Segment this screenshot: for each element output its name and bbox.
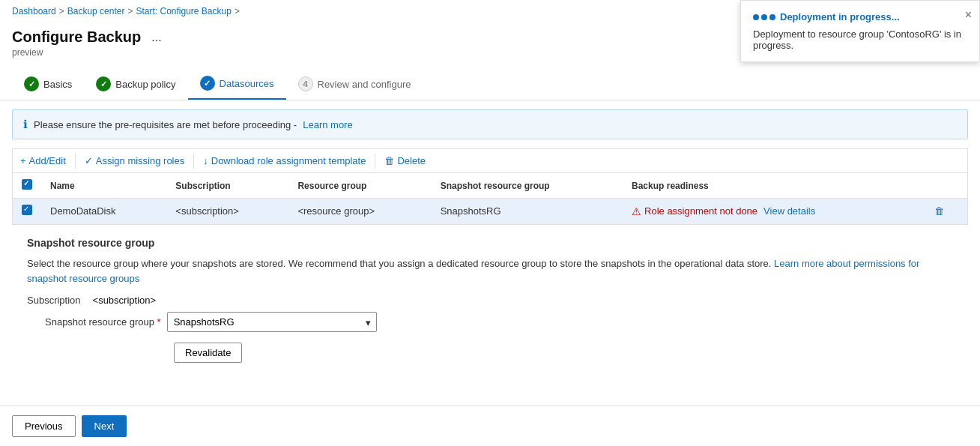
wizard-step-basics[interactable]: ✓ Basics bbox=[12, 70, 84, 99]
wizard-steps: ✓ Basics ✓ Backup policy ✓ Datasources 4… bbox=[0, 61, 980, 100]
row-snapshot-rg: SnapshotsRG bbox=[432, 199, 623, 224]
row-backup-readiness: ⚠ Role assignment not done View details bbox=[623, 199, 925, 224]
toast-dot-2 bbox=[761, 14, 767, 20]
row-resource-group: <resource group> bbox=[288, 199, 431, 224]
datasources-table: Name Subscription Resource group Snapsho… bbox=[13, 173, 967, 224]
breadcrumb-sep-2: > bbox=[127, 6, 133, 16]
step-label-backup-policy: Backup policy bbox=[115, 79, 175, 90]
page-title: Configure Backup bbox=[12, 28, 141, 46]
step-circle-review: 4 bbox=[298, 76, 313, 91]
error-icon: ⚠ bbox=[632, 205, 641, 217]
step-label-datasources: Datasources bbox=[220, 78, 274, 89]
row-checkbox-cell bbox=[13, 199, 41, 224]
add-icon: + bbox=[20, 155, 26, 166]
delete-button[interactable]: 🗑 Delete bbox=[377, 152, 433, 169]
breadcrumb-sep-3: > bbox=[235, 6, 240, 16]
detail-heading: Snapshot resource group bbox=[27, 237, 953, 249]
toast-close-button[interactable]: × bbox=[965, 8, 972, 22]
snapshot-rg-label: Snapshot resource group * bbox=[45, 316, 161, 328]
toast-dots bbox=[753, 14, 775, 20]
toast-notification: Deployment in progress... Deployment to … bbox=[740, 0, 980, 62]
subscription-value: <subscription> bbox=[93, 295, 157, 306]
col-header-actions bbox=[925, 173, 967, 199]
breadcrumb-sep-1: > bbox=[59, 6, 64, 16]
row-delete-icon[interactable]: 🗑 bbox=[934, 205, 944, 217]
assign-roles-button[interactable]: ✓ Assign missing roles bbox=[77, 152, 193, 169]
row-subscription: <subscription> bbox=[166, 199, 288, 224]
col-header-resource-group: Resource group bbox=[288, 173, 431, 199]
trash-icon: 🗑 bbox=[384, 155, 394, 166]
snapshot-rg-select-wrapper: SnapshotsRG RG1 RG2 RG3 bbox=[167, 312, 377, 332]
wizard-step-backup-policy[interactable]: ✓ Backup policy bbox=[84, 70, 187, 99]
col-header-backup-readiness: Backup readiness bbox=[623, 173, 925, 199]
table-row[interactable]: DemoDataDisk <subscription> <resource gr… bbox=[13, 199, 967, 224]
row-delete-cell: 🗑 bbox=[925, 199, 967, 224]
step-label-basics: Basics bbox=[43, 79, 72, 90]
toolbar-separator-2 bbox=[193, 154, 194, 169]
toolbar-separator-1 bbox=[75, 154, 76, 169]
wizard-step-datasources[interactable]: ✓ Datasources bbox=[188, 70, 286, 100]
breadcrumb-dashboard[interactable]: Dashboard bbox=[12, 6, 56, 16]
learn-more-link[interactable]: Learn more bbox=[303, 119, 352, 130]
snapshot-rg-select[interactable]: SnapshotsRG RG1 RG2 RG3 bbox=[167, 312, 377, 332]
toast-header: Deployment in progress... bbox=[753, 11, 967, 22]
info-banner: ℹ Please ensure the pre-requisites are m… bbox=[12, 109, 968, 139]
table-container: + Add/Edit ✓ Assign missing roles ↓ Down… bbox=[12, 148, 968, 225]
row-name: DemoDataDisk bbox=[41, 199, 166, 224]
toast-dot-3 bbox=[769, 14, 775, 20]
toast-body: Deployment to resource group 'ContosoRG'… bbox=[753, 28, 967, 51]
col-header-checkbox bbox=[13, 173, 41, 199]
info-icon: ℹ bbox=[23, 118, 28, 131]
breadcrumb-configure[interactable]: Start: Configure Backup bbox=[136, 6, 231, 16]
detail-description: Select the resource group where your sna… bbox=[27, 256, 953, 286]
add-edit-button[interactable]: + Add/Edit bbox=[13, 152, 73, 169]
select-all-checkbox[interactable] bbox=[22, 179, 32, 190]
page-subtitle: preview bbox=[12, 47, 166, 58]
col-header-snapshot-rg: Snapshot resource group bbox=[432, 173, 623, 199]
download-icon: ↓ bbox=[203, 155, 208, 166]
toast-title: Deployment in progress... bbox=[780, 11, 900, 22]
step-circle-basics: ✓ bbox=[24, 76, 39, 91]
info-text: Please ensure the pre-requisites are met… bbox=[34, 119, 297, 130]
toolbar-separator-3 bbox=[375, 154, 375, 169]
step-label-review: Review and configure bbox=[318, 79, 411, 90]
view-details-link[interactable]: View details bbox=[763, 205, 815, 217]
next-button[interactable]: Next bbox=[82, 415, 127, 420]
table-toolbar: + Add/Edit ✓ Assign missing roles ↓ Down… bbox=[13, 149, 967, 173]
revalidate-button[interactable]: Revalidate bbox=[174, 343, 242, 363]
subscription-label: Subscription bbox=[27, 295, 81, 306]
previous-button[interactable]: Previous bbox=[12, 415, 76, 420]
status-badge: ⚠ Role assignment not done View details bbox=[632, 205, 916, 217]
breadcrumb-backup-center[interactable]: Backup center bbox=[67, 6, 125, 16]
col-header-subscription: Subscription bbox=[166, 173, 288, 199]
more-options-button[interactable]: ... bbox=[147, 29, 166, 46]
detail-panel: Snapshot resource group Select the resou… bbox=[12, 225, 968, 375]
required-marker: * bbox=[157, 316, 161, 328]
row-checkbox[interactable] bbox=[22, 205, 32, 215]
download-template-button[interactable]: ↓ Download role assignment template bbox=[196, 152, 373, 169]
checkmark-icon: ✓ bbox=[85, 155, 93, 166]
step-circle-datasources: ✓ bbox=[200, 76, 215, 91]
step-circle-backup-policy: ✓ bbox=[96, 76, 111, 91]
wizard-step-review[interactable]: 4 Review and configure bbox=[286, 70, 423, 99]
toast-dot-1 bbox=[753, 14, 759, 20]
col-header-name: Name bbox=[41, 173, 166, 199]
footer: Previous Next bbox=[0, 406, 980, 420]
